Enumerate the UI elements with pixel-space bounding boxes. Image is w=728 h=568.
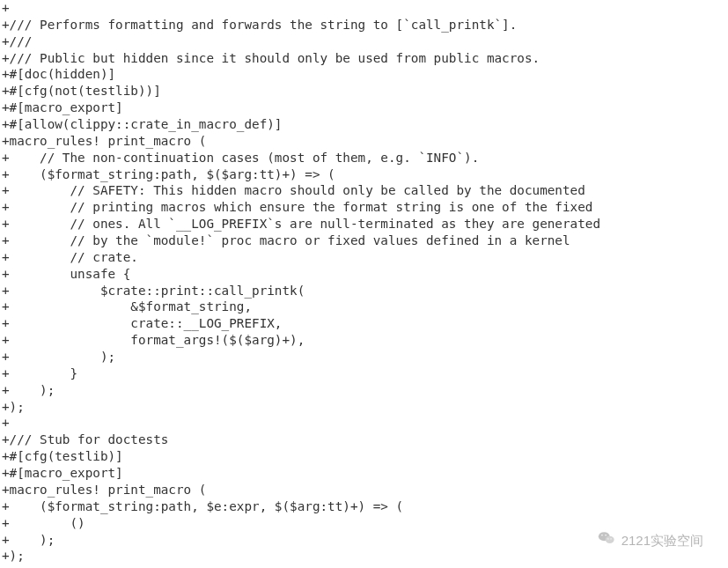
watermark-text: 2121实验空间	[621, 532, 703, 550]
wechat-icon	[597, 528, 616, 552]
svg-point-5	[610, 538, 611, 539]
svg-point-1	[605, 536, 614, 543]
watermark: 2121实验空间	[597, 528, 703, 552]
svg-point-3	[605, 535, 607, 536]
diff-code-block: + +/// Performs formatting and forwards …	[0, 0, 728, 568]
svg-point-2	[601, 535, 603, 536]
svg-point-4	[607, 538, 608, 539]
